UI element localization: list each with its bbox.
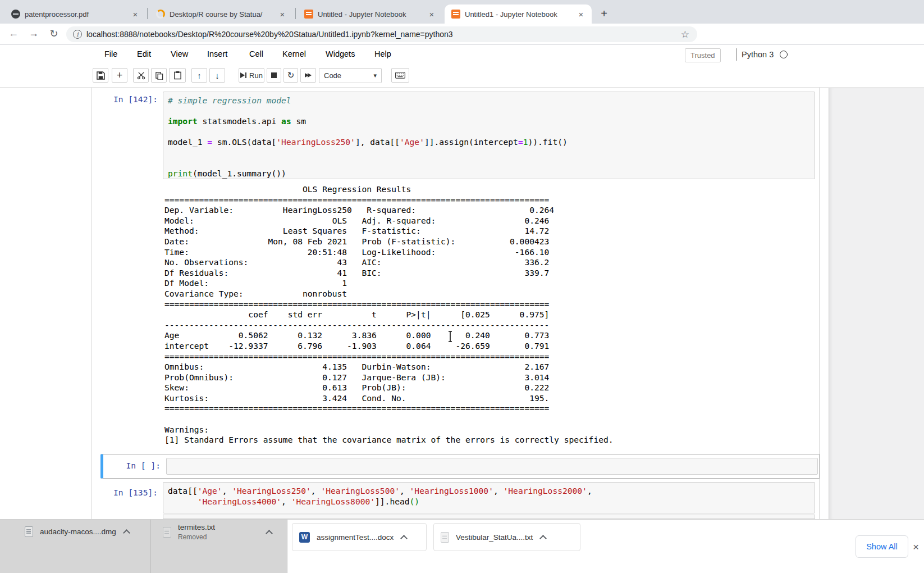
restart-kernel-button[interactable]: ↻ [283, 68, 298, 83]
add-cell-button[interactable]: + [112, 68, 127, 83]
chevron-up-icon[interactable] [266, 530, 273, 537]
run-button[interactable]: Run [239, 68, 264, 83]
paste-icon [173, 71, 182, 80]
partial-cell-input[interactable] [163, 515, 815, 519]
copy-cell-button[interactable] [151, 68, 167, 83]
selected-cell[interactable]: In [ ]: [100, 454, 820, 479]
command-palette-button[interactable] [391, 68, 409, 83]
tab-title: Desktop/R course by Statua/ [170, 10, 273, 19]
downloads-shelf: audacity-macos....dmg termites.txt Remov… [0, 519, 924, 573]
download-item-vestibular[interactable]: Vestibular_StatUa....txt [433, 523, 580, 551]
back-icon[interactable]: ← [7, 28, 20, 39]
show-all-button[interactable]: Show All [856, 535, 908, 558]
scissors-icon [137, 71, 145, 80]
kernel-name: Python 3 [742, 50, 774, 59]
download-name: audacity-macos....dmg [40, 527, 116, 536]
file-icon [441, 532, 449, 543]
tab-separator [147, 8, 148, 19]
keyboard-icon [395, 72, 405, 79]
stop-icon [271, 72, 277, 78]
kernel-divider [736, 48, 737, 61]
move-cell-up-button[interactable]: ↑ [191, 68, 207, 83]
browser-toolbar: ← → ↻ i localhost:8888/notebooks/Desktop… [0, 24, 924, 45]
menu-insert[interactable]: Insert [207, 49, 227, 58]
shelf-divider [287, 520, 287, 573]
code-editor-empty[interactable] [166, 458, 818, 475]
download-item-termites[interactable]: termites.txt Removed [163, 523, 272, 541]
close-icon[interactable]: × [427, 10, 437, 19]
cell-type-select[interactable]: Code ▾ [319, 68, 382, 83]
new-tab-button[interactable]: + [596, 6, 612, 21]
tab-title: Untitled - Jupyter Notebook [318, 10, 422, 19]
paste-cell-button[interactable] [169, 68, 186, 83]
restart-icon: ↻ [287, 70, 295, 80]
trusted-badge[interactable]: Trusted [685, 48, 721, 62]
jupyter-header: File Edit View Insert Cell Kernel Widget… [0, 45, 924, 88]
screen: patentprocessor.pdf × Desktop/R course b… [0, 0, 924, 573]
tab-r-course[interactable]: Desktop/R course by Statua/ × [149, 4, 293, 24]
chevron-up-icon[interactable] [123, 529, 130, 536]
tab-patentprocessor[interactable]: patentprocessor.pdf × [4, 4, 146, 24]
move-cell-down-button[interactable]: ↓ [209, 68, 225, 83]
menu-file[interactable]: File [104, 49, 117, 58]
cell-prompt: In [135]: [92, 488, 158, 497]
close-icon[interactable]: × [277, 10, 287, 19]
fast-forward-icon [305, 73, 312, 78]
globe-favicon-icon [11, 10, 20, 19]
close-icon[interactable]: × [576, 10, 586, 19]
shelf-divider [150, 520, 151, 573]
download-item-audacity[interactable]: audacity-macos....dmg [25, 526, 129, 537]
save-button[interactable] [93, 68, 108, 83]
cut-cell-button[interactable] [133, 68, 149, 83]
download-name: termites.txt [178, 523, 215, 531]
menu-edit[interactable]: Edit [137, 49, 151, 58]
close-icon[interactable]: × [130, 10, 140, 19]
chevron-up-icon[interactable] [400, 535, 408, 542]
tab-separator [295, 8, 296, 19]
menu-cell[interactable]: Cell [249, 49, 263, 58]
tab-untitled-notebook[interactable]: Untitled - Jupyter Notebook × [298, 4, 442, 24]
site-info-icon[interactable]: i [73, 30, 82, 39]
jupyter-book-icon [451, 10, 460, 19]
run-icon-bar [245, 72, 246, 78]
browser-tab-strip: patentprocessor.pdf × Desktop/R course b… [0, 0, 924, 24]
download-name: assignmentTest....docx [317, 533, 394, 542]
loading-spinner-icon [156, 10, 165, 19]
chevron-up-icon[interactable] [539, 535, 547, 542]
download-item-assignment[interactable]: W assignmentTest....docx [292, 523, 427, 551]
word-icon: W [299, 532, 310, 543]
interrupt-kernel-button[interactable] [267, 68, 281, 83]
kernel-status-icon [780, 51, 788, 58]
tab-title: patentprocessor.pdf [25, 10, 126, 19]
close-shelf-icon[interactable]: × [913, 541, 919, 553]
cell-prompt: In [142]: [92, 94, 158, 104]
forward-icon[interactable]: → [27, 28, 40, 39]
menu-help[interactable]: Help [374, 49, 391, 58]
chevron-down-icon: ▾ [373, 72, 377, 79]
text-cursor [447, 331, 453, 342]
tab-title: Untitled1 - Jupyter Notebook [465, 10, 571, 19]
tab-untitled1-notebook-active[interactable]: Untitled1 - Jupyter Notebook × [445, 4, 592, 24]
run-label: Run [249, 71, 263, 80]
cell-prompt: In [ ]: [103, 461, 161, 470]
copy-icon [155, 71, 163, 80]
download-name: Vestibular_StatUa....txt [456, 533, 533, 542]
menu-kernel[interactable]: Kernel [282, 49, 306, 58]
cell-type-value: Code [324, 71, 341, 80]
run-icon [240, 72, 245, 78]
code-editor[interactable]: data[['Age', 'HearingLoss250', 'HearingL… [163, 482, 815, 513]
url-text[interactable]: localhost:8888/notebooks/Desktop/R%20cou… [86, 30, 453, 39]
menu-widgets[interactable]: Widgets [326, 49, 355, 58]
bookmark-star-icon[interactable]: ☆ [681, 29, 689, 40]
file-icon [25, 526, 33, 537]
address-bar[interactable]: i localhost:8888/notebooks/Desktop/R%20c… [66, 26, 697, 42]
code-editor[interactable]: # simple regression model import statsmo… [163, 92, 815, 179]
download-status: Removed [178, 533, 215, 541]
restart-run-all-button[interactable] [300, 68, 316, 83]
reload-icon[interactable]: ↻ [47, 28, 61, 40]
file-icon [163, 527, 171, 538]
menu-view[interactable]: View [171, 49, 188, 58]
background-window-panel [829, 88, 924, 519]
notebook-area: In [142]: # simple regression model impo… [91, 88, 820, 519]
save-icon [97, 71, 105, 80]
